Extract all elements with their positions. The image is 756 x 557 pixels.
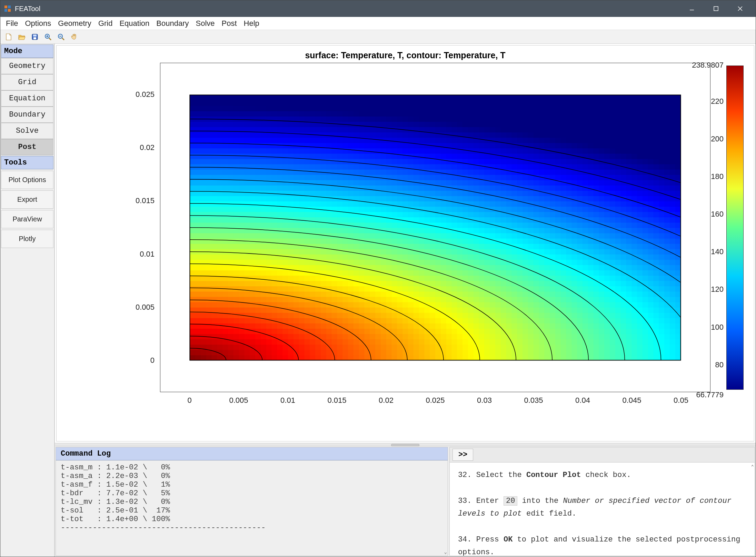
svg-rect-4139 [637, 249, 643, 254]
open-file-icon[interactable] [16, 31, 28, 42]
svg-rect-4023 [626, 334, 632, 339]
maximize-button[interactable] [704, 0, 728, 17]
svg-rect-4391 [664, 238, 670, 244]
svg-rect-49 [190, 196, 196, 201]
svg-rect-1657 [364, 153, 370, 159]
plot-area[interactable]: surface: Temperature, T, contour: Temper… [56, 45, 754, 441]
tool-plot-options[interactable]: Plot Options [1, 171, 53, 189]
svg-rect-2140 [419, 243, 425, 249]
pan-icon[interactable] [68, 31, 80, 42]
svg-rect-2114 [414, 116, 419, 122]
svg-rect-1570 [359, 350, 365, 355]
minimize-button[interactable] [680, 0, 704, 17]
mode-grid[interactable]: Grid [1, 74, 53, 90]
svg-rect-2233 [430, 281, 436, 286]
y-tick-label: 0 [150, 356, 155, 365]
zoom-in-icon[interactable] [42, 31, 54, 42]
help-body[interactable]: ⌃ 32. Select the Contour Plot check box.… [450, 462, 755, 556]
svg-rect-2369 [446, 355, 452, 360]
svg-rect-307 [217, 153, 223, 159]
svg-rect-2444 [451, 222, 457, 228]
svg-rect-3673 [588, 334, 594, 339]
svg-rect-1447 [342, 206, 348, 212]
menu-boundary[interactable]: Boundary [153, 18, 192, 29]
menu-equation[interactable]: Equation [116, 18, 153, 29]
svg-rect-919 [288, 355, 294, 360]
svg-rect-1134 [310, 275, 316, 281]
svg-rect-2559 [462, 143, 468, 148]
svg-rect-4371 [664, 344, 670, 350]
svg-rect-3582 [577, 286, 583, 291]
svg-rect-4436 [670, 265, 676, 270]
svg-rect-2365 [441, 111, 447, 116]
svg-rect-1064 [299, 116, 305, 122]
svg-rect-1809 [381, 143, 387, 148]
svg-rect-2705 [479, 164, 485, 169]
svg-rect-389 [228, 249, 234, 254]
svg-rect-2830 [495, 297, 501, 302]
svg-rect-3003 [511, 175, 517, 180]
svg-rect-235 [212, 270, 218, 276]
svg-rect-3568 [571, 95, 577, 100]
menu-options[interactable]: Options [21, 18, 54, 29]
svg-rect-3130 [528, 297, 534, 302]
mode-post[interactable]: Post [1, 139, 53, 155]
svg-rect-672 [261, 339, 267, 345]
mode-equation[interactable]: Equation [1, 90, 53, 107]
svg-rect-1100 [304, 190, 310, 196]
tool-export[interactable]: Export [1, 190, 53, 209]
svg-rect-2061 [408, 132, 414, 138]
svg-rect-713 [261, 121, 267, 127]
zoom-out-icon[interactable] [55, 31, 67, 42]
svg-rect-3626 [583, 318, 588, 323]
tool-plotly[interactable]: Plotly [1, 230, 53, 248]
svg-rect-2687 [479, 259, 485, 265]
svg-rect-1036 [299, 265, 305, 270]
menu-help[interactable]: Help [240, 18, 263, 29]
svg-rect-3438 [561, 254, 567, 260]
svg-rect-942 [288, 233, 294, 238]
svg-rect-2668 [474, 95, 479, 100]
tool-paraview[interactable]: ParaView [1, 210, 53, 228]
svg-rect-2280 [435, 297, 441, 302]
svg-rect-1469 [348, 355, 354, 360]
new-file-icon[interactable] [2, 31, 15, 42]
menu-file[interactable]: File [2, 18, 21, 29]
horizontal-splitter[interactable] [55, 443, 756, 446]
svg-rect-4065 [626, 111, 632, 116]
menu-grid[interactable]: Grid [95, 18, 116, 29]
scroll-up-icon[interactable]: ⌃ [751, 463, 754, 471]
svg-rect-2773 [490, 334, 496, 339]
svg-rect-2356 [441, 159, 447, 164]
svg-rect-3587 [577, 259, 583, 265]
scroll-down-icon[interactable]: ⌄ [444, 549, 447, 555]
help-toggle-button[interactable]: >> [452, 449, 473, 461]
mode-solve[interactable]: Solve [1, 123, 53, 139]
svg-rect-526 [245, 318, 250, 323]
mode-geometry[interactable]: Geometry [1, 58, 53, 74]
svg-rect-1601 [359, 185, 365, 191]
svg-rect-3960 [615, 137, 621, 143]
svg-rect-3561 [571, 132, 577, 138]
save-icon[interactable] [29, 31, 41, 42]
svg-rect-1435 [342, 270, 348, 276]
svg-rect-376 [228, 318, 234, 323]
svg-rect-3602 [577, 180, 583, 185]
svg-rect-4053 [626, 175, 632, 180]
command-log-body[interactable]: t-asm_m : 1.1e-02 \ 0% t-asm_a : 2.2e-03… [56, 460, 448, 556]
svg-rect-2067 [408, 100, 414, 106]
menu-post[interactable]: Post [218, 18, 240, 29]
svg-rect-339 [222, 249, 228, 254]
svg-rect-2389 [446, 249, 452, 254]
menu-bar: File Options Geometry Grid Equation Boun… [0, 17, 756, 30]
svg-rect-2627 [474, 312, 479, 318]
close-button[interactable] [728, 0, 752, 17]
mode-boundary[interactable]: Boundary [1, 107, 53, 123]
svg-rect-2699 [479, 196, 485, 201]
svg-rect-2217 [424, 100, 430, 106]
menu-solve[interactable]: Solve [192, 18, 218, 29]
menu-geometry[interactable]: Geometry [54, 18, 95, 29]
svg-rect-484 [239, 275, 245, 281]
svg-rect-69 [195, 355, 201, 360]
svg-rect-228 [212, 307, 218, 313]
